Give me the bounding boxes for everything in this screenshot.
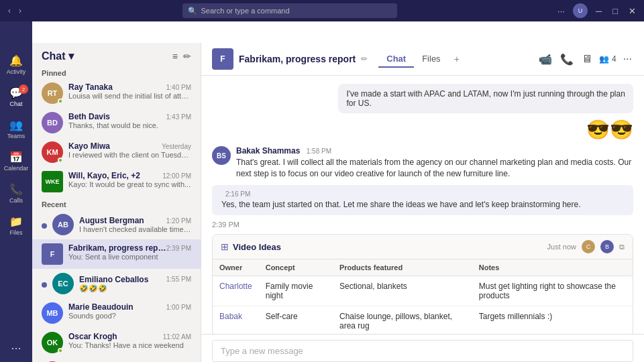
new-chat-icon[interactable]: ✏ — [183, 51, 191, 62]
title-bar: ‹ › 🔍 Search or type a command ··· U ─ □… — [0, 0, 644, 21]
user-avatar[interactable]: U — [573, 3, 588, 18]
sidebar-item-beth[interactable]: BD Beth Davis 1:43 PM Thanks, that would… — [32, 108, 201, 137]
chat-preview: Thanks, that would be nice. — [68, 121, 191, 129]
avatar: OK — [42, 332, 63, 353]
nav-calls[interactable]: 📞 Calls — [0, 177, 32, 209]
forward-button[interactable]: › — [16, 5, 24, 17]
chat-name: Kayo Miwa — [68, 141, 110, 151]
tab-add-button[interactable]: + — [449, 51, 465, 68]
message-system: 2:16 PM Yes, the team just started on th… — [212, 185, 633, 216]
emoji-content: 😎😎 — [586, 119, 633, 141]
sidebar-item-fabrikam[interactable]: F Fabrikam, progress report 2:39 PM You:… — [32, 239, 201, 269]
search-bar[interactable]: 🔍 Search or type a command — [182, 3, 397, 18]
sidebar-item-will[interactable]: WKE Will, Kayo, Eric, +2 12:00 PM Kayo: … — [32, 167, 201, 196]
sidebar: Chat ▾ ≡ ✏ Pinned RT Ray Tanaka — [32, 43, 201, 362]
header-actions: 📹 📞 🖥 👥 4 ··· — [537, 52, 633, 67]
edit-channel-icon[interactable]: ✏ — [361, 54, 368, 64]
nav-calendar[interactable]: 📅 Calendar — [0, 145, 32, 177]
sidebar-title[interactable]: Chat ▾ — [42, 50, 74, 62]
screen-share-button[interactable]: 🖥 — [580, 52, 594, 66]
filter-icon[interactable]: ≡ — [172, 51, 178, 62]
chat-name: August Bergman — [79, 216, 144, 225]
message-sender: Bakak Shammas — [236, 146, 300, 156]
chevron-down-icon: ▾ — [68, 50, 74, 62]
more-actions-button[interactable]: ··· — [622, 52, 633, 66]
chat-preview: Sounds good? — [68, 312, 191, 320]
avatar: F — [42, 243, 63, 265]
loop-icon: ⊞ — [221, 241, 229, 252]
chat-preview: I haven't checked available times yet — [79, 225, 191, 233]
products-cell: Chaise lounge, pillows, blanket, area ru… — [333, 306, 472, 334]
chat-preview: Kayo: It would be great to sync with... — [68, 180, 191, 188]
avatar: BD — [42, 112, 63, 133]
sidebar-item-kayo[interactable]: KM Kayo Miwa Yesterday I reviewed with t… — [32, 137, 201, 167]
files-icon: 📁 — [9, 215, 23, 228]
people-number: 4 — [612, 54, 616, 64]
chat-time: 12:00 PM — [162, 172, 191, 180]
chat-time: 1:55 PM — [166, 276, 191, 283]
close-button[interactable]: ✕ — [626, 5, 639, 17]
left-nav: 🔔 Activity 💬 Chat 2 👥 Teams 📅 Calendar 📞… — [0, 21, 32, 362]
recent-section-label: Recent — [32, 196, 201, 210]
avatar: MB — [42, 302, 63, 324]
compose-box[interactable]: Type a new message — [212, 340, 633, 362]
calendar-icon: 📅 — [9, 151, 23, 164]
chat-name: Beth Davis — [68, 112, 110, 121]
avatar: EC — [52, 273, 74, 294]
tab-files[interactable]: Files — [414, 51, 448, 68]
message-right: I've made a start with APAC and LATAM, n… — [212, 84, 633, 113]
notes-cell: Targets millennials :) — [472, 306, 633, 334]
loop-component[interactable]: ⊞ Video Ideas Just now C B ⧉ — [212, 234, 633, 334]
chat-tabs: Chat Files + — [378, 51, 465, 68]
owner-charlotte[interactable]: Charlotte — [219, 282, 252, 291]
message-time-label: 2:39 PM — [212, 221, 633, 229]
audio-call-button[interactable]: 📞 — [559, 52, 575, 67]
just-now-label: Just now — [547, 243, 576, 251]
message-text: That's great. I will collect all the mat… — [236, 157, 633, 180]
back-button[interactable]: ‹ — [5, 5, 13, 17]
message-avatar: BS — [212, 146, 231, 165]
nav-calendar-label: Calendar — [4, 165, 29, 172]
nav-calls-label: Calls — [9, 197, 23, 204]
chat-name: Emiliano Ceballos — [79, 275, 148, 284]
unread-indicator — [42, 282, 47, 288]
chat-name: Will, Kayo, Eric, +2 — [68, 171, 140, 180]
avatar: WKE — [42, 171, 63, 192]
minimize-button[interactable]: ─ — [593, 5, 604, 17]
copy-icon[interactable]: ⧉ — [619, 243, 625, 251]
sidebar-item-marie[interactable]: MB Marie Beaudouin 1:00 PM Sounds good? — [32, 298, 201, 328]
chat-time: 2:39 PM — [166, 245, 191, 252]
online-indicator — [58, 99, 63, 104]
owner-babak[interactable]: Babak — [219, 312, 242, 321]
avatar-small-1: C — [582, 240, 595, 253]
video-call-button[interactable]: 📹 — [537, 52, 553, 67]
nav-files[interactable]: 📁 Files — [0, 209, 32, 241]
chat-time: 1:00 PM — [166, 304, 191, 311]
nav-chat[interactable]: 💬 Chat 2 — [0, 80, 32, 113]
nav-activity-label: Activity — [7, 68, 26, 75]
chat-preview: You: Thanks! Have a nice weekend — [68, 341, 191, 349]
more-options-button[interactable]: ··· — [555, 5, 568, 17]
col-concept: Concept — [259, 259, 333, 276]
col-owner: Owner — [213, 259, 259, 276]
unread-indicator — [42, 223, 47, 229]
sidebar-item-ray[interactable]: RT Ray Tanaka 1:40 PM Louisa will send t… — [32, 78, 201, 108]
sidebar-item-august[interactable]: AB August Bergman 1:20 PM I haven't chec… — [32, 210, 201, 239]
loop-table: Owner Concept Products featured Notes Ch… — [213, 259, 633, 334]
avatar: KM — [42, 141, 63, 163]
concept-cell: Self-care — [259, 306, 333, 334]
nav-more-button[interactable]: ··· — [11, 341, 21, 355]
chat-header: F Fabrikam, progress report ✏ Chat Files… — [201, 43, 644, 76]
sidebar-item-oscar[interactable]: OK Oscar Krogh 11:02 AM You: Thanks! Hav… — [32, 328, 201, 357]
nav-activity[interactable]: 🔔 Activity — [0, 48, 32, 80]
table-row: Babak Self-care Chaise lounge, pillows, … — [213, 306, 633, 334]
people-count[interactable]: 👥 4 — [599, 54, 616, 64]
nav-teams-label: Teams — [7, 133, 25, 139]
tab-chat[interactable]: Chat — [378, 51, 414, 68]
sidebar-item-emiliano[interactable]: EC Emiliano Ceballos 1:55 PM 🤣🤣🤣 — [32, 269, 201, 298]
nav-teams[interactable]: 👥 Teams — [0, 113, 32, 145]
chat-preview: 🤣🤣🤣 — [79, 284, 191, 293]
sidebar-item-daichi[interactable]: DF Daichi Fukuda 10:43 AM No, I think th… — [32, 357, 201, 362]
chat-preview: You: Sent a live component — [68, 253, 191, 261]
restore-button[interactable]: □ — [610, 5, 621, 17]
